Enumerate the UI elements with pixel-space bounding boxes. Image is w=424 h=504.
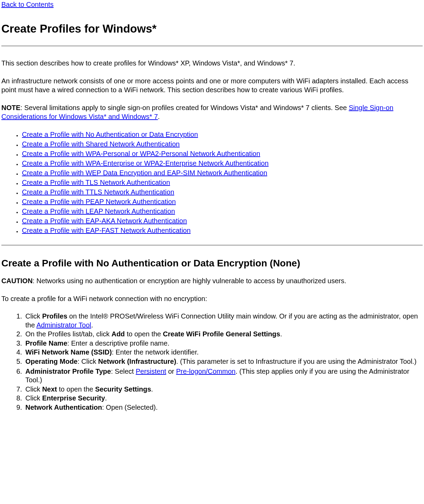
text: Click	[25, 385, 42, 393]
bold-text: Enterprise Security	[42, 394, 105, 402]
steps-list: Click Profiles on the Intel® PROSet/Wire…	[1, 312, 423, 412]
caution-paragraph: CAUTION: Networks using no authenticatio…	[1, 276, 423, 285]
caution-label: CAUTION	[1, 277, 33, 285]
text: to open the	[125, 330, 163, 338]
bold-text: Security Settings	[95, 385, 151, 393]
caution-body: : Networks using no authentication or en…	[33, 277, 346, 285]
bold-text: Create WiFi Profile General Settings	[163, 330, 280, 338]
text: Click	[25, 312, 42, 320]
back-to-contents-link[interactable]: Back to Contents	[1, 1, 53, 9]
prelogon-common-link[interactable]: Pre-logon/Common	[176, 368, 235, 375]
bold-text: WiFi Network Name (SSID)	[25, 348, 112, 356]
text: .	[105, 394, 107, 402]
step-4: WiFi Network Name (SSID): Enter the netw…	[24, 348, 423, 357]
text: : Enter the network identifier.	[112, 348, 198, 356]
note-label: NOTE	[1, 104, 21, 111]
bold-text: Network Authentication	[25, 404, 102, 411]
profile-link-eap-fast[interactable]: Create a Profile with EAP-FAST Network A…	[22, 227, 191, 234]
intro-paragraph-2: An infrastructure network consists of on…	[1, 76, 423, 94]
divider	[1, 46, 423, 46]
step-6: Administrator Profile Type: Select Persi…	[24, 367, 423, 385]
profile-link-eap-aka[interactable]: Create a Profile with EAP-AKA Network Au…	[22, 217, 187, 225]
list-item: Create a Profile with TLS Network Authen…	[21, 178, 423, 187]
intro-paragraph-1: This section describes how to create pro…	[1, 59, 423, 68]
text: : Enter a descriptive profile name.	[67, 339, 169, 347]
list-item: Create a Profile with LEAP Network Authe…	[21, 207, 423, 216]
bold-text: Profile Name	[25, 339, 67, 347]
profile-link-ttls[interactable]: Create a Profile with TTLS Network Authe…	[22, 188, 174, 196]
step-7: Click Next to open the Security Settings…	[24, 385, 423, 394]
list-item: Create a Profile with Shared Network Aut…	[21, 140, 423, 149]
text: On the Profiles list/tab, click	[25, 330, 111, 338]
text: .	[91, 321, 93, 329]
list-item: Create a Profile with EAP-FAST Network A…	[21, 226, 423, 235]
bold-text: Add	[111, 330, 125, 338]
bold-text: Next	[42, 385, 57, 393]
step-2: On the Profiles list/tab, click Add to o…	[24, 330, 423, 339]
section-title-no-auth: Create a Profile with No Authentication …	[1, 258, 423, 269]
list-item: Create a Profile with No Authentication …	[21, 130, 423, 139]
step-8: Click Enterprise Security.	[24, 394, 423, 403]
profile-link-leap[interactable]: Create a Profile with LEAP Network Authe…	[22, 207, 175, 215]
text: Click	[25, 394, 42, 402]
list-item: Create a Profile with EAP-AKA Network Au…	[21, 216, 423, 226]
bold-text: Administrator Profile Type	[25, 368, 111, 375]
profile-link-wep-eapsim[interactable]: Create a Profile with WEP Data Encryptio…	[22, 169, 267, 177]
profile-link-peap[interactable]: Create a Profile with PEAP Network Authe…	[22, 198, 176, 205]
list-item: Create a Profile with WPA-Personal or WP…	[21, 149, 423, 158]
step-9: Network Authentication: Open (Selected).	[24, 403, 423, 412]
note-paragraph: NOTE: Several limitations apply to singl…	[1, 103, 423, 121]
profile-link-shared[interactable]: Create a Profile with Shared Network Aut…	[22, 140, 180, 148]
profile-links-list: Create a Profile with No Authentication …	[1, 130, 423, 235]
step-1: Click Profiles on the Intel® PROSet/Wire…	[24, 312, 423, 329]
list-item: Create a Profile with WEP Data Encryptio…	[21, 168, 423, 178]
text: .	[280, 330, 282, 338]
text: . (This parameter is set to Infrastructu…	[176, 358, 416, 365]
list-item: Create a Profile with PEAP Network Authe…	[21, 197, 423, 206]
bold-text: Profiles	[42, 312, 67, 320]
step-5: Operating Mode: Click Network (Infrastru…	[24, 357, 423, 366]
administrator-tool-link[interactable]: Administrator Tool	[36, 321, 91, 329]
text: .	[151, 385, 153, 393]
text: to open the	[57, 385, 95, 393]
profile-link-no-auth[interactable]: Create a Profile with No Authentication …	[22, 131, 198, 138]
profile-link-wpa-enterprise[interactable]: Create a Profile with WPA-Enterprise or …	[22, 159, 269, 167]
profile-link-tls[interactable]: Create a Profile with TLS Network Authen…	[22, 179, 170, 186]
list-item: Create a Profile with TTLS Network Authe…	[21, 188, 423, 197]
document-page: Back to Contents Create Profiles for Win…	[0, 0, 424, 426]
lead-paragraph: To create a profile for a WiFi network c…	[1, 294, 423, 303]
text: or	[166, 368, 176, 375]
note-after: .	[158, 113, 160, 120]
profile-link-wpa-personal[interactable]: Create a Profile with WPA-Personal or WP…	[22, 150, 260, 157]
step-3: Profile Name: Enter a descriptive profil…	[24, 339, 423, 348]
list-item: Create a Profile with WPA-Enterprise or …	[21, 159, 423, 168]
page-title: Create Profiles for Windows*	[1, 22, 423, 35]
note-body: : Several limitations apply to single si…	[21, 104, 349, 111]
text: : Click	[77, 358, 98, 365]
bold-text: Network (Infrastructure)	[98, 358, 176, 365]
persistent-link[interactable]: Persistent	[136, 368, 166, 375]
divider	[1, 245, 423, 245]
text: : Select	[111, 368, 136, 375]
bold-text: Operating Mode	[25, 358, 77, 365]
text: : Open (Selected).	[102, 404, 158, 411]
